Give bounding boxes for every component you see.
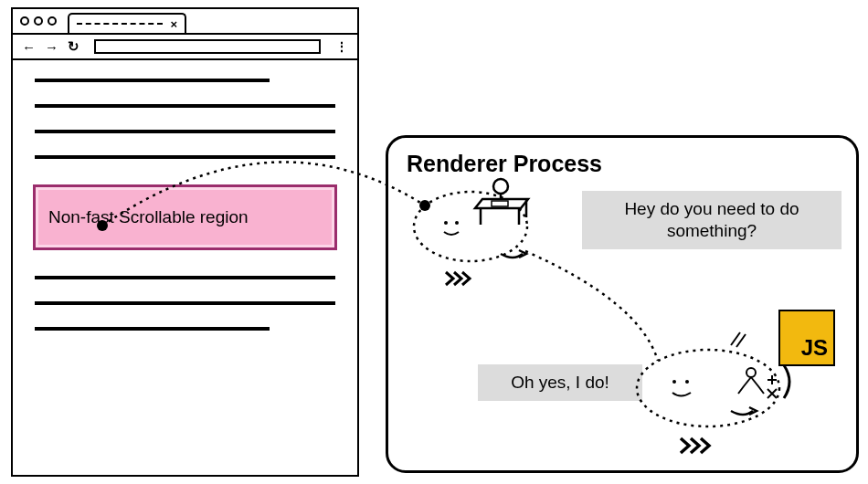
text-line — [35, 327, 270, 331]
reload-icon[interactable]: ↻ — [68, 38, 79, 55]
browser-tab[interactable]: × — [68, 13, 186, 33]
browser-tabbar: × — [13, 9, 357, 35]
menu-icon[interactable]: ⋮ — [335, 45, 348, 48]
js-badge: JS — [778, 310, 835, 366]
text-line — [35, 155, 335, 159]
browser-toolbar: ← → ↻ ⋮ — [13, 35, 357, 60]
browser-window: × ← → ↻ ⋮ Non-fast Scrollable region — [11, 7, 359, 477]
panel-title: Renderer Process — [407, 151, 838, 177]
js-label: JS — [801, 335, 828, 361]
forward-icon[interactable]: → — [45, 39, 58, 55]
non-fast-scrollable-region: Non-fast Scrollable region — [33, 184, 337, 250]
text-line — [35, 301, 335, 305]
back-icon[interactable]: ← — [22, 39, 36, 55]
speech-bubble-question: Hey do you need to do something? — [582, 191, 842, 249]
close-icon[interactable]: × — [170, 17, 177, 31]
page-content: Non-fast Scrollable region — [13, 60, 357, 349]
speech-bubble-answer: Oh yes, I do! — [478, 364, 642, 401]
text-line — [35, 276, 335, 279]
tab-title-placeholder — [77, 23, 163, 25]
window-dot-icon — [48, 16, 57, 26]
window-controls — [13, 9, 64, 33]
region-label: Non-fast Scrollable region — [48, 207, 249, 226]
window-dot-icon — [20, 16, 29, 26]
text-line — [35, 104, 335, 108]
renderer-process-panel: Renderer Process Hey do you need to do s… — [386, 135, 859, 473]
text-line — [35, 79, 270, 82]
address-bar[interactable] — [94, 39, 321, 54]
window-dot-icon — [34, 16, 43, 26]
text-line — [35, 130, 335, 133]
